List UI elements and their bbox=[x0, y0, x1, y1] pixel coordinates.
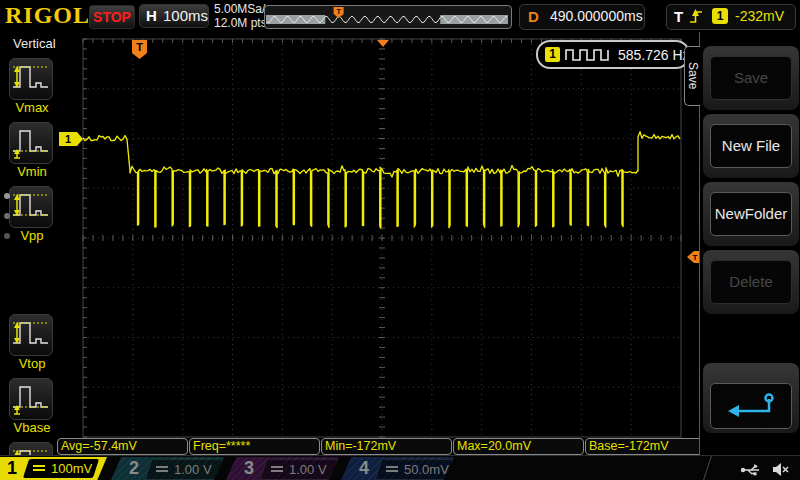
acquisition-info: 5.00MSa/s 12.0M pts bbox=[214, 2, 271, 30]
channel-4-tab[interactable]: 4 50.0mV bbox=[341, 457, 454, 480]
trigger-level-value: -232mV bbox=[735, 5, 784, 28]
run-stop-status[interactable]: STOP bbox=[88, 4, 136, 30]
vtop-icon bbox=[9, 314, 53, 356]
measure-menu: Vertical Vmax Vmin Vpp Vtop Vbase Vamp bbox=[0, 32, 57, 455]
channel-number: 4 bbox=[359, 458, 369, 479]
trigger-position-flag: T bbox=[132, 40, 147, 59]
trigger-info[interactable]: T 1 -232mV bbox=[666, 4, 796, 30]
horizontal-center-marker bbox=[377, 40, 389, 47]
sample-rate: 5.00MSa/s bbox=[214, 2, 271, 16]
dc-coupling-icon bbox=[33, 465, 45, 472]
menu-tab-save: Save bbox=[684, 46, 700, 106]
channel-2-tab[interactable]: 2 1.00 V bbox=[111, 457, 224, 480]
softkey-group: Delete bbox=[703, 250, 799, 314]
rising-edge-icon bbox=[689, 8, 704, 25]
delay-label: D bbox=[528, 5, 539, 28]
sound-muted-icon bbox=[772, 462, 790, 477]
vmax-icon bbox=[9, 58, 53, 100]
channel-scale-box: 1.00 V bbox=[145, 459, 224, 480]
memory-depth: 12.0M pts bbox=[214, 16, 271, 30]
trigger-source-badge: 1 bbox=[712, 8, 728, 24]
usb-icon bbox=[740, 463, 762, 477]
channel-3-tab[interactable]: 3 1.00 V bbox=[226, 457, 339, 480]
new-file-button[interactable]: New File bbox=[710, 124, 792, 168]
graticule-border bbox=[83, 39, 681, 437]
dc-coupling-icon bbox=[271, 466, 283, 473]
measure-item-vmin[interactable]: Vmin bbox=[9, 122, 55, 179]
status-icons bbox=[740, 462, 790, 477]
trigger-level-marker: T bbox=[687, 251, 699, 263]
softkey-group: New File bbox=[703, 114, 799, 178]
dc-coupling-icon bbox=[156, 466, 168, 473]
memory-position-bar[interactable]: T bbox=[264, 5, 512, 29]
measure-item-vbase[interactable]: Vbase bbox=[9, 378, 55, 435]
channel-scale: 1.00 V bbox=[289, 462, 327, 477]
waveform-trace bbox=[83, 132, 680, 228]
svg-text:T: T bbox=[336, 7, 341, 16]
channel-scale-box: 1.00 V bbox=[260, 459, 339, 480]
channel-scale-box: 100mV bbox=[23, 459, 99, 478]
timebase-value: 100ms bbox=[163, 4, 208, 28]
dc-coupling-icon bbox=[386, 466, 398, 473]
waveform-display: T1T bbox=[0, 0, 800, 480]
oscilloscope-screen: { "header": { "logo": "RIGOL", "run_stat… bbox=[0, 0, 800, 480]
return-arrow-icon bbox=[721, 391, 781, 421]
new-folder-button[interactable]: NewFolder bbox=[710, 192, 792, 236]
softkey-menu: Save Save New File NewFolder Delete bbox=[699, 32, 800, 455]
vpp-icon bbox=[9, 186, 53, 228]
channel-scale: 1.00 V bbox=[174, 462, 212, 477]
softkey-group bbox=[703, 363, 799, 433]
measure-item-label: Vbase bbox=[9, 420, 55, 435]
ch1-ground-marker: 1 bbox=[59, 132, 83, 146]
frequency-counter: 1 585.726 Hz bbox=[536, 40, 690, 69]
horizontal-timebase[interactable]: H 100ms bbox=[139, 4, 209, 28]
horizontal-label: H bbox=[146, 4, 157, 28]
trigger-label: T bbox=[674, 5, 683, 28]
memory-waveform-icon: T bbox=[265, 6, 509, 26]
counter-channel-badge: 1 bbox=[545, 47, 560, 62]
brand-logo: RIGOL bbox=[5, 2, 90, 29]
channel-1-tab[interactable]: 1 100mV bbox=[0, 457, 107, 480]
measurement-bar: Avg=-57.4mV Freq=***** Min=-172mV Max=20… bbox=[57, 438, 716, 455]
counter-value: 585.726 Hz bbox=[618, 47, 690, 63]
channel-scale: 100mV bbox=[51, 461, 92, 476]
save-button[interactable]: Save bbox=[710, 56, 792, 100]
channel-scale-box: 50.0mV bbox=[375, 459, 454, 480]
svg-text:1: 1 bbox=[65, 133, 71, 145]
top-bar: RIGOL STOP H 100ms 5.00MSa/s 12.0M pts T… bbox=[0, 0, 800, 32]
channel-number: 1 bbox=[7, 458, 17, 479]
delay-value: 490.000000ms bbox=[550, 5, 643, 28]
measure-menu-title: Vertical bbox=[13, 36, 56, 51]
measure-item-label: Vmax bbox=[9, 100, 55, 115]
measure-item-label: Vmin bbox=[9, 164, 55, 179]
measurement-base: Base=-172mV bbox=[585, 438, 716, 455]
svg-text:T: T bbox=[693, 253, 698, 262]
delete-button[interactable]: Delete bbox=[710, 260, 792, 304]
measurement-max: Max=20.0mV bbox=[453, 438, 584, 455]
trigger-delay[interactable]: D 490.000000ms bbox=[519, 4, 645, 30]
measure-item-vmax[interactable]: Vmax bbox=[9, 58, 55, 115]
status-divider bbox=[703, 456, 712, 480]
channel-bar: 1 100mV 2 1.00 V 3 1.00 V 4 50.0mV bbox=[0, 455, 800, 480]
vbase-icon bbox=[9, 378, 53, 420]
measurement-min: Min=-172mV bbox=[321, 438, 452, 455]
measure-item-vtop[interactable]: Vtop bbox=[9, 314, 55, 371]
channel-number: 2 bbox=[129, 458, 139, 479]
measure-item-vpp[interactable]: Vpp bbox=[9, 186, 55, 243]
svg-text:T: T bbox=[136, 41, 143, 53]
measure-item-label: Vpp bbox=[9, 228, 55, 243]
measure-item-label: Vtop bbox=[9, 356, 55, 371]
vmin-icon bbox=[9, 122, 53, 164]
channel-scale: 50.0mV bbox=[404, 462, 449, 477]
square-wave-icon bbox=[565, 48, 611, 62]
channel-number: 3 bbox=[244, 458, 254, 479]
softkey-group: NewFolder bbox=[703, 182, 799, 246]
measurement-avg: Avg=-57.4mV bbox=[57, 438, 188, 455]
back-button[interactable] bbox=[710, 383, 792, 429]
measurement-freq: Freq=***** bbox=[189, 438, 320, 455]
softkey-group: Save bbox=[703, 46, 799, 110]
